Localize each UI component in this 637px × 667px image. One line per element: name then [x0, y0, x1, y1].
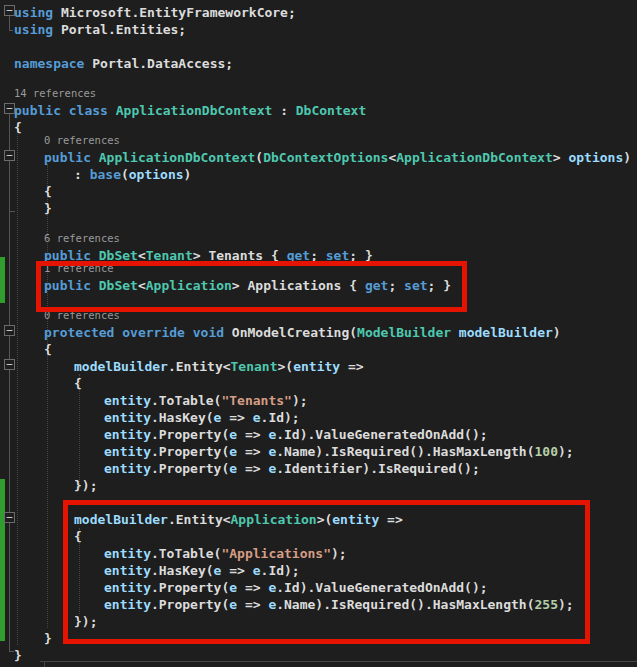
code-token: "Tenants"	[221, 393, 291, 408]
code-line[interactable]: });	[0, 613, 637, 630]
code-token: "Applications"	[221, 546, 331, 561]
code-token: Application	[231, 512, 317, 527]
codelens-references[interactable]: 6 references	[0, 232, 637, 245]
code-token: >(	[278, 359, 294, 374]
code-token: }	[44, 631, 52, 646]
fold-collapse-toggle[interactable]: −	[4, 325, 15, 336]
code-token: using	[14, 5, 53, 20]
code-token: e	[229, 461, 237, 476]
code-token: DbSet	[99, 248, 138, 263]
code-line[interactable]: modelBuilder.Entity<Tenant>(entity =>	[0, 358, 637, 375]
code-line[interactable]: entity.Property(e => e.Identifier).IsReq…	[0, 460, 637, 477]
code-token: }	[14, 648, 22, 663]
code-token: .Name).IsRequired().HasMaxLength(	[276, 444, 534, 459]
code-token: modelBuilder	[74, 359, 168, 374]
code-line[interactable]: public ApplicationDbContext(DbContextOpt…	[0, 149, 637, 166]
code-token: Application	[146, 278, 232, 293]
code-token: Portal.Entities;	[53, 22, 186, 37]
code-token: entity	[104, 410, 151, 425]
code-token: =>	[237, 597, 268, 612]
code-token: .HasKey(	[151, 563, 214, 578]
code-token: ; }	[349, 248, 372, 263]
code-token: :	[272, 103, 295, 118]
code-line[interactable]: }	[0, 630, 637, 647]
code-line[interactable]: modelBuilder.Entity<Application>(entity …	[0, 511, 637, 528]
code-token: );	[558, 444, 574, 459]
code-line[interactable]: entity.ToTable("Tenants");	[0, 392, 637, 409]
code-token: .Id);	[261, 563, 300, 578]
code-line[interactable]: {	[0, 375, 637, 392]
code-area[interactable]: using Microsoft.EntityFrameworkCore;usin…	[0, 2, 637, 662]
code-line	[0, 36, 637, 53]
code-line[interactable]: entity.Property(e => e.Name).IsRequired(…	[0, 443, 637, 460]
fold-collapse-toggle[interactable]: −	[4, 512, 15, 523]
code-line[interactable]: public class ApplicationDbContext : DbCo…	[0, 102, 637, 119]
code-token: 255	[535, 597, 558, 612]
code-token: options	[568, 150, 623, 165]
codelens-references[interactable]: 1 reference	[0, 262, 637, 275]
code-token: entity	[104, 461, 151, 476]
code-token: {	[44, 184, 52, 199]
code-token: > Tenants {	[193, 248, 287, 263]
code-token: modelBuilder	[74, 512, 168, 527]
code-token: =>	[221, 410, 252, 425]
code-token	[91, 150, 99, 165]
code-token: protected	[44, 325, 114, 340]
code-token: .Id).ValueGeneratedOnAdd();	[276, 427, 487, 442]
fold-collapse-toggle[interactable]: −	[4, 150, 15, 161]
code-token: :	[74, 167, 90, 182]
code-line[interactable]: : base(options)	[0, 166, 637, 183]
code-token: override	[122, 325, 185, 340]
editor-bottom-border	[40, 661, 637, 662]
code-token: ; }	[428, 278, 451, 293]
code-line[interactable]: entity.Property(e => e.Id).ValueGenerate…	[0, 426, 637, 443]
code-line[interactable]: {	[0, 528, 637, 545]
code-token: =>	[221, 563, 252, 578]
code-token: class	[69, 103, 108, 118]
code-token: entity	[104, 427, 151, 442]
code-token: .Property(	[151, 580, 229, 595]
fold-collapse-toggle[interactable]: −	[4, 103, 15, 114]
code-token: });	[74, 478, 97, 493]
code-token: ;	[388, 278, 404, 293]
code-token: public	[44, 278, 91, 293]
code-line[interactable]: {	[0, 183, 637, 200]
codelens-references[interactable]: 0 references	[0, 134, 637, 147]
code-line[interactable]: using Microsoft.EntityFrameworkCore;	[0, 4, 637, 21]
code-line	[0, 215, 637, 232]
code-token: =>	[237, 427, 268, 442]
code-token: entity	[104, 393, 151, 408]
code-token: .ToTable(	[151, 546, 221, 561]
code-token: );	[558, 597, 574, 612]
codelens-references[interactable]: 14 references	[0, 87, 637, 100]
code-editor: using Microsoft.EntityFrameworkCore;usin…	[0, 0, 637, 667]
code-token: =>	[237, 444, 268, 459]
code-line[interactable]: entity.Property(e => e.Name).IsRequired(…	[0, 596, 637, 613]
code-token: .Id);	[261, 410, 300, 425]
code-token: options	[129, 167, 184, 182]
code-line[interactable]: entity.Property(e => e.Id).ValueGenerate…	[0, 579, 637, 596]
code-token: .HasKey(	[151, 410, 214, 425]
code-line[interactable]: {	[0, 341, 637, 358]
code-token: public	[14, 103, 61, 118]
code-token: .Name).IsRequired().HasMaxLength(	[276, 597, 534, 612]
code-token: public	[44, 150, 91, 165]
code-token	[91, 278, 99, 293]
code-token: {	[14, 120, 22, 135]
fold-collapse-toggle[interactable]: −	[4, 5, 15, 16]
code-token: e	[253, 410, 261, 425]
code-line[interactable]: entity.HasKey(e => e.Id);	[0, 562, 637, 579]
code-token: e	[229, 427, 237, 442]
code-line[interactable]: entity.HasKey(e => e.Id);	[0, 409, 637, 426]
code-token: >	[553, 150, 569, 165]
fold-collapse-toggle[interactable]: −	[4, 359, 15, 370]
code-token: Tenant	[146, 248, 193, 263]
code-line[interactable]: entity.ToTable("Applications");	[0, 545, 637, 562]
code-token: ApplicationDbContext	[396, 150, 553, 165]
code-token: )	[553, 325, 561, 340]
code-token: >(	[317, 512, 333, 527]
code-line	[0, 70, 637, 87]
code-line[interactable]: protected override void OnModelCreating(…	[0, 324, 637, 341]
codelens-references[interactable]: 0 references	[0, 309, 637, 322]
code-token	[451, 325, 459, 340]
